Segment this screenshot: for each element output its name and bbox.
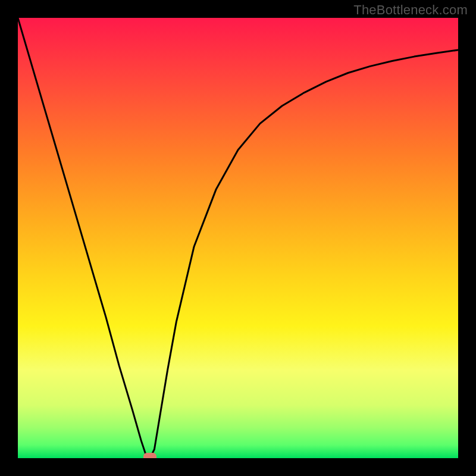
plot-area: [18, 18, 458, 458]
chart-svg: [18, 18, 458, 458]
chart-container: TheBottleneck.com: [0, 0, 476, 476]
watermark-text: TheBottleneck.com: [353, 2, 468, 18]
minimum-marker: [143, 453, 156, 458]
gradient-background: [18, 18, 458, 458]
